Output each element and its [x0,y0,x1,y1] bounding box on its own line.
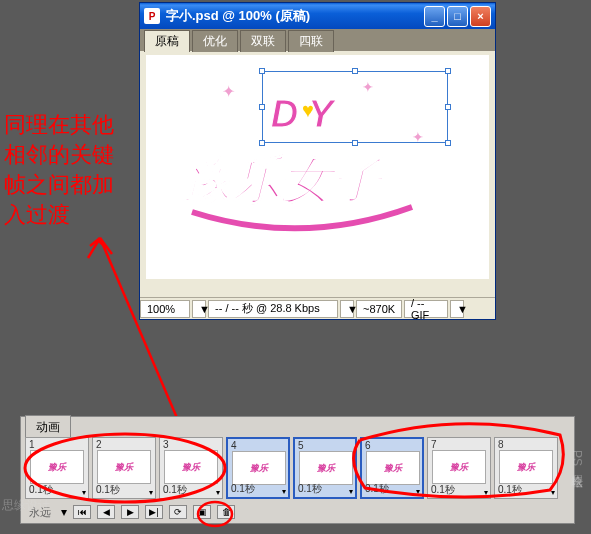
watermark-left: 思缘设计 [2,497,50,514]
view-tabs: 原稿 优化 双联 四联 [140,29,495,51]
annotation-text: 同理在其他 相邻的关键 帧之间都加 入过渡 [4,110,114,230]
info-dropdown[interactable]: ▼ [340,300,354,318]
format-dropdown[interactable]: ▼ [450,300,464,318]
tab-optimized[interactable]: 优化 [192,30,238,52]
titlebar[interactable]: P 字小.psd @ 100% (原稿) _ □ × [140,3,495,29]
minimize-button[interactable]: _ [424,6,445,27]
svg-text:✦: ✦ [222,83,235,100]
document-window: P 字小.psd @ 100% (原稿) _ □ × 原稿 优化 双联 四联 D… [139,2,496,320]
maximize-button[interactable]: □ [447,6,468,27]
close-button[interactable]: × [470,6,491,27]
handle-n[interactable] [352,68,358,74]
window-title: 字小.psd @ 100% (原稿) [166,7,424,25]
loop-dd-icon[interactable]: ▾ [61,505,67,519]
delete-frame-button[interactable]: 🗑 [217,505,235,519]
frame-6[interactable]: 6豫乐0.1秒▾ [360,437,424,499]
zoom-dropdown[interactable]: ▼ [192,300,206,318]
frames-strip: 1豫乐0.1秒▾ 2豫乐0.1秒▾ 3豫乐0.1秒▾ 4豫乐0.1秒▾ 5豫乐0… [25,437,570,501]
watermark-right: PS教程论坛 [568,450,585,466]
canvas[interactable]: D Y ♥ 豫乐女子 ✦ ✦ ✦ [146,55,489,279]
handle-w[interactable] [259,104,265,110]
play-button[interactable]: ▶ [121,505,139,519]
frame-8[interactable]: 8豫乐0.1秒▾ [494,437,558,499]
tab-original[interactable]: 原稿 [144,30,190,52]
frame-3[interactable]: 3豫乐0.1秒▾ [159,437,223,499]
animation-tab[interactable]: 动画 [25,415,71,439]
file-format: / -- GIF [404,300,448,318]
animation-panel: 动画 1豫乐0.1秒▾ 2豫乐0.1秒▾ 3豫乐0.1秒▾ 4豫乐0.1秒▾ 5… [20,416,575,524]
handle-e[interactable] [445,104,451,110]
frame-5[interactable]: 5豫乐0.1秒▾ [293,437,357,499]
statusbar: 100% ▼ -- / -- 秒 @ 28.8 Kbps ▼ ~870K / -… [140,297,495,319]
zoom-value[interactable]: 100% [140,300,190,318]
tab-2up[interactable]: 双联 [240,30,286,52]
frame-2[interactable]: 2豫乐0.1秒▾ [92,437,156,499]
status-info: -- / -- 秒 @ 28.8 Kbps [208,300,338,318]
frame-4[interactable]: 4豫乐0.1秒▾ [226,437,290,499]
new-frame-button[interactable]: ▣ [193,505,211,519]
prev-frame-button[interactable]: ◀ [97,505,115,519]
first-frame-button[interactable]: ⏮ [73,505,91,519]
handle-s[interactable] [352,140,358,146]
animation-controls: 永远 ▾ ⏮ ◀ ▶ ▶| ⟳ ▣ 🗑 [25,503,570,521]
file-size: ~870K [356,300,402,318]
handle-ne[interactable] [445,68,451,74]
svg-text:豫乐女子: 豫乐女子 [182,152,386,208]
frame-1[interactable]: 1豫乐0.1秒▾ [25,437,89,499]
frame-7[interactable]: 7豫乐0.1秒▾ [427,437,491,499]
handle-nw[interactable] [259,68,265,74]
file-icon: P [144,8,160,24]
tab-4up[interactable]: 四联 [288,30,334,52]
tween-button[interactable]: ⟳ [169,505,187,519]
handle-se[interactable] [445,140,451,146]
handle-sw[interactable] [259,140,265,146]
transform-selection[interactable] [262,71,448,143]
next-frame-button[interactable]: ▶| [145,505,163,519]
